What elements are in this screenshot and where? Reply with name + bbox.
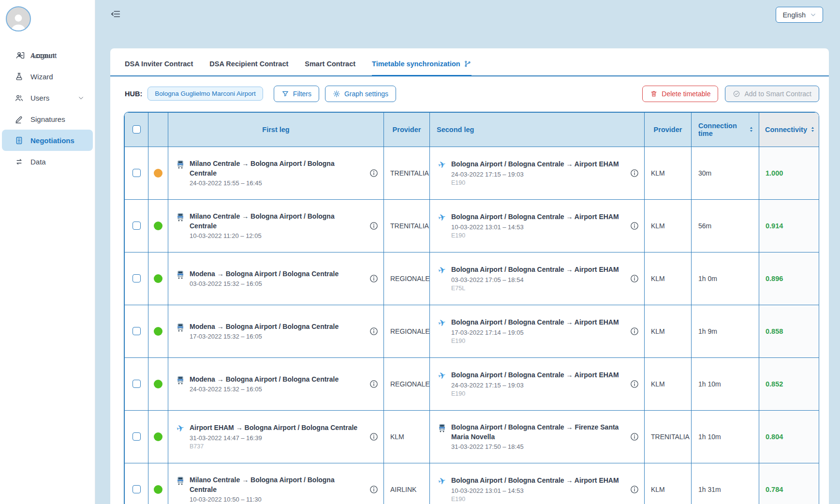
info-icon[interactable] [630,274,639,283]
first-leg-cell: ✈ Airport EHAM → Bologna Airport / Bolog… [168,410,384,463]
info-icon[interactable] [369,221,379,231]
first-leg-header: First leg [168,112,384,147]
train-icon [437,423,447,434]
table-row: Milano Centrale → Bologna Airport / Bolo… [125,463,820,504]
info-icon[interactable] [630,326,639,336]
provider-cell: KLM [645,463,692,504]
tab-timetable-synchronization[interactable]: Timetable synchronization [372,60,472,76]
status-dot [154,274,162,283]
leg-datetime: 24-03-2022 15:55 – 16:45 [190,179,363,187]
add-to-smart-contract-button[interactable]: Add to Smart Contract [725,86,819,102]
row-checkbox[interactable] [133,380,141,388]
second-leg-cell: ✈ Bologna Airport / Bologna Centrale → A… [430,463,645,504]
leg-datetime: 10-03-2022 13:01 – 14:53 [451,223,619,231]
leg-title: Milano Centrale → Bologna Airport / Bolo… [190,159,363,178]
info-icon[interactable] [630,168,639,178]
connectivity-cell: 0.914 [759,199,820,252]
trash-icon [650,90,658,98]
avatar[interactable] [6,6,31,31]
plane-icon: ✈ [437,318,447,327]
tab-dsa-recipient-contract[interactable]: DSA Recipient Contract [209,60,288,76]
train-icon [175,476,185,487]
leg-title: Milano Centrale → Bologna Airport / Bolo… [190,212,363,231]
check-circle-icon [733,90,740,98]
provider-cell: REGIONALE [384,252,430,305]
leg-datetime: 03-03-2022 17:05 – 18:54 [451,276,619,283]
connectivity-cell: 0.896 [759,252,820,305]
first-leg-cell: Milano Centrale → Bologna Airport / Bolo… [168,147,384,199]
leg-datetime: 31-03-2022 17:50 – 18:45 [451,443,626,450]
info-icon[interactable] [369,485,379,494]
row-checkbox[interactable] [133,274,141,282]
connectivity-header[interactable]: Connectivity [759,112,820,147]
info-icon[interactable] [630,432,639,442]
connection-time-cell: 1h 0m [692,252,759,305]
leg-aircraft-code: E75L [451,285,619,292]
leg-datetime: 24-03-2022 17:15 – 19:03 [451,382,619,389]
branch-icon [464,60,472,68]
leg-aircraft-code: E190 [451,496,619,503]
table-row: Modena → Bologna Airport / Bologna Centr… [125,252,820,305]
info-icon[interactable] [369,274,379,283]
info-icon[interactable] [369,326,379,336]
plane-icon: ✈ [437,160,447,169]
info-icon[interactable] [369,168,379,178]
info-icon[interactable] [369,379,379,389]
info-icon[interactable] [630,379,639,389]
leg-title: Modena → Bologna Airport / Bologna Centr… [190,375,339,385]
row-checkbox[interactable] [133,432,141,441]
filters-button[interactable]: Filters [274,86,319,102]
select-all-checkbox[interactable] [133,125,141,133]
table-header-row: First leg Provider Second leg Provider C… [125,112,820,147]
plane-icon: ✈ [437,266,447,275]
row-checkbox[interactable] [133,485,141,493]
sidebar-collapse-icon[interactable] [110,9,121,19]
row-checkbox[interactable] [133,222,141,230]
second-leg-header: Second leg [430,112,645,147]
plane-icon: ✈ [437,476,447,486]
logout-icon [16,51,26,60]
leg-datetime: 10-03-2022 10:50 – 11:30 [190,496,363,503]
train-icon [175,323,185,334]
hub-label: HUB: [125,90,142,98]
logout-button[interactable]: Logout [4,44,91,66]
provider-cell: TRENITALIA [384,199,430,252]
train-icon [175,375,185,386]
graph-settings-button[interactable]: Graph settings [325,86,396,102]
train-icon [175,270,185,281]
row-checkbox[interactable] [133,327,141,335]
row-checkbox[interactable] [133,169,141,177]
leg-datetime: 10-03-2022 13:01 – 14:53 [451,487,619,494]
leg-datetime: 10-03-2022 11:20 – 12:05 [190,232,363,239]
table-row: Milano Centrale → Bologna Airport / Bolo… [125,147,820,199]
hub-chip[interactable]: Bologna Guglielmo Marconi Airport [147,87,263,101]
language-selector[interactable]: English [776,7,823,23]
info-icon[interactable] [630,485,639,494]
tab-dsa-inviter-contract[interactable]: DSA Inviter Contract [125,60,193,76]
connection-time-header[interactable]: Connection time [692,112,759,147]
train-icon [175,160,185,171]
second-leg-cell: ✈ Bologna Airport / Bologna Centrale → A… [430,252,645,305]
leg-title: Bologna Airport / Bologna Centrale → Air… [451,265,619,275]
leg-title: Modena → Bologna Airport / Bologna Centr… [190,322,339,332]
leg-title: Bologna Airport / Bologna Centrale → Air… [451,212,619,222]
provider-cell: TRENITALIA [645,410,692,463]
plane-icon: ✈ [175,424,185,433]
logout-label: Logout [32,51,55,59]
info-icon[interactable] [630,221,639,231]
connectivity-cell: 0.858 [759,305,820,357]
connectivity-cell: 1.000 [759,147,820,199]
table-row: ✈ Airport EHAM → Bologna Airport / Bolog… [125,410,820,463]
content-card: DSA Inviter Contract DSA Recipient Contr… [110,48,829,504]
leg-datetime: 31-03-2022 14:47 – 16:39 [190,434,357,442]
language-value: English [782,11,806,19]
delete-timetable-button[interactable]: Delete timetable [642,86,718,102]
info-icon[interactable] [369,432,379,442]
provider-cell: KLM [645,199,692,252]
connections-table: First leg Provider Second leg Provider C… [124,112,819,504]
sort-icon [809,126,816,133]
connectivity-cell: 0.852 [759,357,820,410]
status-column-header [148,112,168,147]
tab-smart-contract[interactable]: Smart Contract [305,60,355,76]
provider-cell: REGIONALE [384,357,430,410]
